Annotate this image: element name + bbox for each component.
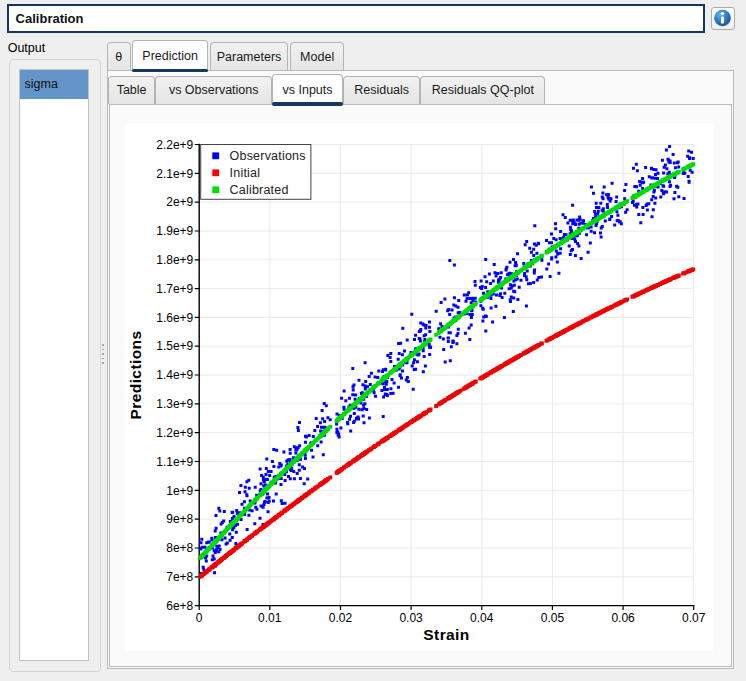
svg-text:Initial: Initial (229, 166, 260, 180)
svg-text:1.3e+9: 1.3e+9 (156, 397, 193, 411)
svg-text:1.2e+9: 1.2e+9 (156, 426, 193, 440)
svg-text:Observations: Observations (229, 149, 305, 163)
svg-text:1.1e+9: 1.1e+9 (156, 454, 193, 468)
svg-text:Predictions: Predictions (127, 330, 144, 419)
svg-text:0.05: 0.05 (540, 611, 564, 625)
svg-text:0.02: 0.02 (329, 611, 353, 625)
svg-text:2e+9: 2e+9 (166, 195, 193, 209)
svg-text:0.03: 0.03 (399, 611, 423, 625)
svg-text:0: 0 (196, 611, 203, 625)
svg-text:0.04: 0.04 (470, 611, 494, 625)
svg-text:1.4e+9: 1.4e+9 (156, 368, 193, 382)
svg-text:1.8e+9: 1.8e+9 (156, 253, 193, 267)
svg-text:2.2e+9: 2.2e+9 (156, 137, 193, 151)
svg-text:1.7e+9: 1.7e+9 (156, 281, 193, 295)
svg-text:9e+8: 9e+8 (166, 512, 193, 526)
svg-text:Calibrated: Calibrated (229, 183, 288, 197)
svg-text:6e+8: 6e+8 (166, 598, 193, 612)
svg-text:1.5e+9: 1.5e+9 (156, 339, 193, 353)
svg-text:2.1e+9: 2.1e+9 (156, 166, 193, 180)
svg-text:0.06: 0.06 (611, 611, 635, 625)
svg-text:7e+8: 7e+8 (166, 570, 193, 584)
svg-text:1.9e+9: 1.9e+9 (156, 224, 193, 238)
svg-text:0.07: 0.07 (682, 611, 706, 625)
svg-text:0.01: 0.01 (258, 611, 282, 625)
svg-text:Strain: Strain (423, 625, 469, 642)
svg-text:1.6e+9: 1.6e+9 (156, 310, 193, 324)
svg-text:8e+8: 8e+8 (166, 541, 193, 555)
svg-text:1e+9: 1e+9 (166, 483, 193, 497)
